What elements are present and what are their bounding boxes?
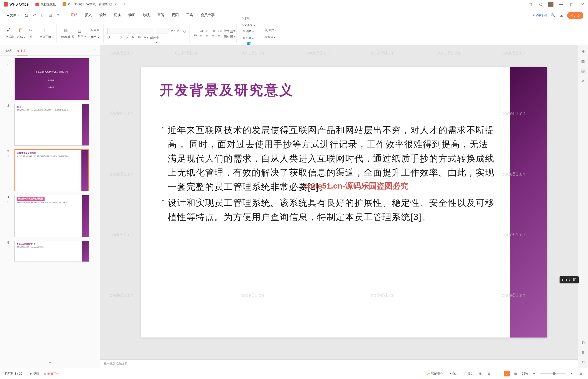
highlight-icon[interactable]: ab▾ <box>150 35 154 39</box>
align-left-icon[interactable]: ≡ <box>193 34 198 38</box>
numbering-icon[interactable]: ≡▾ <box>200 29 204 33</box>
select-button[interactable]: ▭ 选择 ⌄ <box>263 34 278 40</box>
tab-animation[interactable]: 动画 <box>128 11 136 19</box>
tab-transition[interactable]: 切换 <box>113 11 121 19</box>
tool-3-icon[interactable]: ▦ <box>580 68 586 74</box>
slide-counter[interactable]: 幻灯片 3 / 10 ⌄ <box>5 372 25 376</box>
tool-1-icon[interactable]: ◆ <box>580 48 586 54</box>
add-tab-button[interactable]: + <box>120 2 129 7</box>
new-slide-button[interactable]: ▦ 新建幻灯片 <box>60 28 74 39</box>
tab-start[interactable]: 开始 <box>70 11 78 19</box>
bold-icon[interactable]: B <box>107 35 112 39</box>
minimize-button[interactable]: — <box>558 1 564 8</box>
preview-icon[interactable]: ▤ <box>48 13 53 18</box>
view-reading-icon[interactable]: ▭ <box>495 371 501 377</box>
strikethrough-icon[interactable]: S <box>126 35 130 39</box>
columns-icon[interactable]: ▥▾ <box>230 29 234 33</box>
italic-icon[interactable]: I <box>113 35 118 39</box>
shadow-icon[interactable]: A <box>132 35 136 39</box>
view-slideshow-icon[interactable]: ▷ <box>504 371 510 377</box>
tool-2-icon[interactable]: ▤ <box>580 58 586 64</box>
save-icon[interactable]: 🖫 <box>24 13 29 18</box>
star-icon[interactable]: ☆ <box>7 246 10 249</box>
thumbnail-1[interactable]: 员工管理系统的设计与实现.PPT 学生姓名： 指导老师： <box>15 58 89 100</box>
missing-fonts-indicator[interactable]: ⚠ 缺失字体 <box>44 372 60 376</box>
view-sorter-icon[interactable]: ⊞ <box>486 371 492 377</box>
tool-bottom-1-icon[interactable]: ◐ <box>580 339 586 346</box>
cloud-icon[interactable]: ☁ <box>559 13 564 18</box>
collapse-sidebar-icon[interactable]: ‹ <box>94 47 95 52</box>
tool-bottom-3-icon[interactable]: ⚙ <box>580 359 586 365</box>
clear-format-icon[interactable]: ◇ <box>183 29 187 33</box>
zoom-slider[interactable] <box>540 373 566 374</box>
underline-icon[interactable]: U <box>119 35 124 39</box>
find-button[interactable]: 🔍 查找 ⌄ <box>263 28 278 33</box>
slide-canvas[interactable]: 开发背景及研究意义 近年来互联网技术的发展使得互联网产品和网站层出不穷，对人才的… <box>100 45 588 359</box>
textbox-button[interactable]: A 文本框 ⌄ <box>240 22 257 28</box>
view-normal-icon[interactable]: ▣ <box>477 371 483 377</box>
comments-toggle[interactable]: ▢ 批注 <box>464 372 474 376</box>
tab-tools[interactable]: 工具 <box>186 11 194 19</box>
tab-view[interactable]: 视图 <box>171 11 179 19</box>
layout-button[interactable]: ▥ <box>78 29 86 33</box>
zoom-out-button[interactable]: − <box>531 371 537 377</box>
tab-templates[interactable]: 找稻壳模板 <box>32 0 59 9</box>
text-direction-icon[interactable]: IA▾ <box>224 29 228 33</box>
star-icon[interactable]: ☆ <box>7 154 10 158</box>
cut-icon[interactable]: ✂ <box>29 28 33 32</box>
font-size-select[interactable] <box>156 28 169 34</box>
theme-indicator[interactable]: ◈ 华丽 <box>30 372 39 376</box>
shape-button[interactable]: ◇ 形状 ⌄ <box>240 16 257 21</box>
tab-insert[interactable]: 插入 <box>84 11 92 19</box>
tool-bottom-2-icon[interactable]: ⊕ <box>580 349 586 355</box>
superscript-icon[interactable]: X² <box>138 35 142 39</box>
distribute-icon[interactable]: ≡ <box>218 34 222 38</box>
fit-screen-icon[interactable]: ⊡ <box>578 371 583 377</box>
align-justify-icon[interactable]: ≡ <box>212 34 216 38</box>
tab-member[interactable]: 会员专享 <box>200 11 215 19</box>
avatar-icon[interactable] <box>548 2 554 7</box>
add-slide-button[interactable]: + <box>49 359 51 365</box>
format-painter-button[interactable]: 🖌 格式刷 <box>6 28 14 39</box>
star-icon[interactable]: ☆ <box>7 63 10 66</box>
close-tab-icon[interactable]: × <box>115 2 117 6</box>
star-icon[interactable]: ☆ <box>7 109 10 112</box>
bullets-icon[interactable]: ⁝≡▾ <box>193 29 198 33</box>
share-button[interactable]: ↗ 分享 <box>567 12 583 19</box>
increase-font-icon[interactable]: A⁺ <box>171 29 175 33</box>
notes-bar[interactable]: 单击此处添加备注 <box>100 359 588 368</box>
tab-document[interactable]: 基于Spring Boot的员工管理系 ▢ × <box>59 0 120 9</box>
font-color-icon[interactable]: A▾ <box>144 35 148 39</box>
print-icon[interactable]: ⎙ <box>40 13 45 18</box>
change-case-icon[interactable]: 变▾ <box>156 35 160 39</box>
reset-button[interactable]: ↻ 重置 <box>90 28 101 33</box>
undo-icon[interactable]: ↶ <box>32 13 37 18</box>
decrease-font-icon[interactable]: A⁻ <box>177 29 181 33</box>
align-right-icon[interactable]: ≡ <box>206 34 210 38</box>
paste-button[interactable]: 📋 粘贴 ⌄ <box>17 28 26 39</box>
indent-right-icon[interactable]: ⇥ <box>212 29 216 33</box>
thumbnail-3[interactable]: 开发背景及研究意义 近年来互联网技术的发展使得互联网产品和网站层出不穷，对人才的… <box>15 149 89 191</box>
thumbnail-5[interactable]: 本文主要研究的内容 该系统采用Java语言，Spring Boot框架开发... <box>15 241 89 262</box>
zoom-in-button[interactable]: + <box>569 371 574 377</box>
tab-design[interactable]: 设计 <box>99 11 107 19</box>
thumbnail-2[interactable]: 摘 要 该系统采用Java语言、Spring Boot框架开发，系统采用MySQ… <box>15 104 89 146</box>
cube-icon[interactable]: ⬡ <box>538 1 544 8</box>
search-icon[interactable]: 🔍 <box>550 13 555 18</box>
sidebar-tab-slides[interactable]: 幻灯片 <box>17 47 28 55</box>
section-button[interactable]: ▦ 节 ⌄ <box>90 34 101 40</box>
from-current-button[interactable]: ▷ 当页开始 ⌄ <box>40 28 54 39</box>
arrange-button[interactable]: ▦ 排列 ⌄ <box>241 35 256 41</box>
convert-smartart-icon[interactable]: ▦▾ <box>230 34 234 38</box>
sidebar-tab-outline[interactable]: 大纲 <box>5 47 12 55</box>
picture-button[interactable]: 🖼 图片 ⌄ <box>241 29 256 34</box>
tool-4-icon[interactable]: ◈ <box>580 77 586 83</box>
indent-left-icon[interactable]: ⇤ <box>206 29 210 33</box>
wps-ai-button[interactable]: ✦ WPS AI <box>532 14 547 17</box>
maximize-button[interactable]: ▢ <box>568 1 575 8</box>
align-vertical-icon[interactable]: ⊟▾ <box>224 34 228 38</box>
tab-review[interactable]: 审阅 <box>157 11 165 19</box>
tab-menu-button[interactable]: ⌄ <box>128 3 136 6</box>
zoom-value[interactable]: 95% <box>522 372 528 375</box>
file-menu[interactable]: ≡ 文件 ⌄ <box>5 12 21 19</box>
